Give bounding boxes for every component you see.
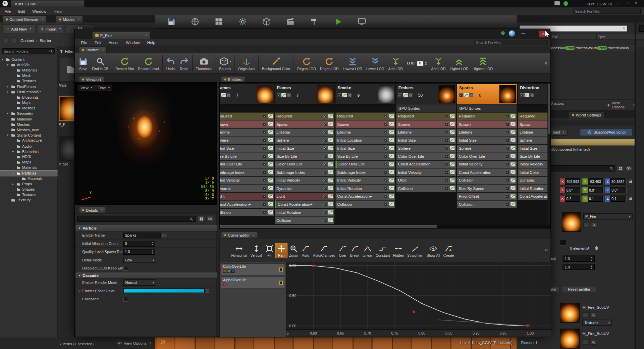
module-collision[interactable]: Collision✓ [457,201,517,208]
tree-item-textures[interactable]: Textures [0,192,57,198]
particle-preview-viewport[interactable]: View▾ Time▾ 5/ 81/ 664/ 508/ 94/ 63/ 7 Y [75,82,217,205]
tool-bounds[interactable]: ▾Bounds [217,55,233,71]
browse-to-asset-button[interactable] [590,339,596,345]
project-tab[interactable]: Kurs_CGW+ [11,0,85,7]
menu-edit[interactable]: Edit [14,7,29,15]
cascade-toolbar-tab[interactable]: Toolbar× [79,46,107,53]
module-enable-checkbox[interactable]: ✓ [263,122,267,126]
breadcrumb-root[interactable]: Content [20,38,34,42]
emitter-enable-checkbox[interactable]: ✓ [459,93,463,97]
module-enable-checkbox[interactable]: ✓ [445,186,448,190]
viewport-view-button[interactable]: View▾ [78,85,95,91]
tree-item-blueprints[interactable]: Blueprints [0,95,57,100]
module-curve-button[interactable] [511,122,516,126]
curve-tool-straighten[interactable]: Straighten [406,243,425,257]
module-enable-checkbox[interactable]: ✓ [323,218,327,222]
drag-grip[interactable] [603,178,604,184]
emitter-solid-toggle[interactable] [227,93,230,97]
module-enable-checkbox[interactable]: ✓ [445,130,448,134]
module-enable-checkbox[interactable]: ✓ [323,186,327,190]
build-icon[interactable] [309,17,320,26]
details-search-input[interactable] [77,216,196,222]
module-curve-button[interactable] [511,202,516,206]
axis-value-input[interactable]: 0.1 [588,196,603,202]
cascade-minimize-button[interactable]: — [519,31,527,37]
curve-swatch[interactable] [231,269,234,273]
curve-tool-auto-clamped[interactable]: Auto/Clamped [311,243,337,257]
close-icon[interactable]: × [101,208,103,212]
curve-tool-vertical[interactable]: Vertical [249,243,264,257]
breadcrumb-current[interactable]: Starter [40,38,51,42]
emitter-solid-toggle[interactable] [530,93,534,97]
module-initial-size[interactable]: Initial Size✓ [457,137,517,144]
axis-value-input[interactable]: 0.0° [588,187,603,193]
module-spawn[interactable]: Spawn✓ [335,120,395,128]
module-curve-button[interactable] [450,146,455,150]
transform-rotation-y[interactable]: Y0.0° [582,187,604,193]
module-curve-button[interactable] [328,194,333,198]
curve-track-coloroverlife[interactable]: ColorOverLife [221,263,285,276]
tree-expander-icon[interactable]: ▸ [12,150,16,153]
module-size-by-speed[interactable]: Size By Speed✓ [457,185,517,192]
module-initial-size[interactable]: Initial Size✓ [518,144,551,152]
emitter-curve-toggle[interactable] [281,93,286,97]
chevron-down-icon[interactable]: ▾ [230,60,231,63]
tree-item-firstperson[interactable]: ▸FirstPerson [0,84,57,89]
module-const-acceleration[interactable]: Const Acceleration+✓ [518,193,551,200]
type-column-header[interactable]: Type [598,35,606,39]
module-enable-checkbox[interactable]: ✓ [384,114,388,118]
tree-item-archvis[interactable]: ▾ArchVis [0,62,57,67]
emitter-solid-toggle[interactable] [287,93,291,97]
module-curve-button[interactable] [511,162,516,166]
chat-bubble-icon[interactable] [554,1,560,5]
module-const-acceleration[interactable]: Const Acceleration+✓ [275,201,334,208]
emitter-header[interactable]: Smoke✓9 [335,84,395,104]
tool-save[interactable]: Save [76,55,90,71]
lock-icon[interactable] [628,179,633,184]
module-curve-button[interactable] [450,130,455,134]
module-curve-button[interactable] [328,162,333,166]
emitter-solid-toggle[interactable] [348,93,352,97]
module-enable-checkbox[interactable]: ✓ [384,138,388,142]
tree-item-particles[interactable]: ▾Particles [0,170,57,176]
module-curve-button[interactable] [511,154,516,158]
browse-to-asset-button[interactable] [590,312,596,318]
menu-window[interactable]: Window [29,7,50,15]
module-required[interactable]: Required✓ [457,112,517,120]
text-input[interactable]: Sparks [123,232,161,238]
module-enable-checkbox[interactable]: ✓ [384,154,388,158]
module-curve-button[interactable] [389,186,394,190]
module-enable-checkbox[interactable]: ✓ [384,146,388,150]
module-light[interactable]: Light✓ [275,193,334,200]
module-initial-velocity[interactable]: Initial Velocity✓ [457,160,517,168]
clear-search-icon[interactable]: × [623,26,625,31]
tree-item-startercontent[interactable]: ▾StarterContent [0,133,57,138]
tree-expander-icon[interactable]: ▸ [7,112,11,115]
module-enable-checkbox[interactable]: ✓ [384,202,388,206]
transform-location-y[interactable]: Y-63.463 [582,178,604,184]
module-initial-velocity[interactable]: Initial Velocity✓ [518,160,551,168]
reset-icon[interactable] [162,234,166,237]
tree-item-audio[interactable]: Audio [0,143,57,149]
module-required[interactable]: Required✓ [518,112,551,120]
viewport-time-button[interactable]: Time▾ [95,85,112,91]
particle-template-thumbnail[interactable] [562,212,581,232]
curve-tool-break[interactable]: Break [348,243,361,257]
module-color-over-life[interactable]: Color Over Life✓ [219,160,274,168]
cascade-menu-file[interactable]: File [77,39,91,46]
module-initial-velocity[interactable]: Initial Velocity✓ [335,177,395,184]
module-sphere[interactable]: Sphere✓ [457,144,517,152]
drag-grip[interactable] [626,178,627,184]
module-enable-checkbox[interactable]: ✓ [384,170,388,174]
tree-item-shapes[interactable]: Shapes [0,187,57,192]
module-curve-button[interactable] [268,130,273,134]
spinner-arrows[interactable]: ▲▼ [151,250,154,254]
spin-input[interactable]: 0▲▼ [123,241,155,246]
module-curve-button[interactable] [389,130,394,134]
tree-item-architecture[interactable]: Architecture [0,138,57,143]
module-curve-button[interactable] [389,162,394,166]
module-enable-checkbox[interactable]: ✓ [323,194,327,198]
column-divider[interactable] [596,34,597,40]
module-curve-button[interactable] [511,138,516,142]
search-folders-input[interactable]: Search Folders [2,48,55,54]
